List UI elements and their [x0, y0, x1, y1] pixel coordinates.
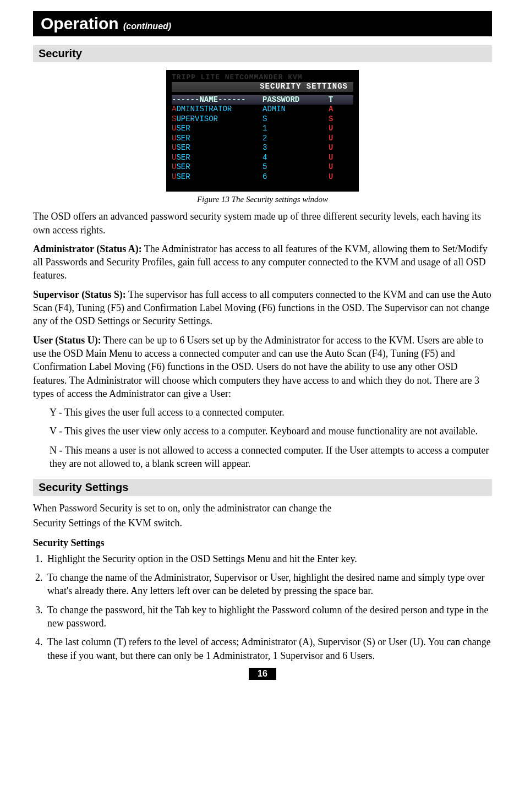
- osd-name-cell: USER: [172, 134, 262, 144]
- osd-pwd-cell: 2: [262, 134, 329, 144]
- section-header-bar: Operation (continued): [33, 11, 492, 36]
- step-item: To change the name of the Administrator,…: [45, 571, 492, 598]
- para-intro: The OSD offers an advanced password secu…: [33, 210, 492, 237]
- step-item: Highlight the Security option in the OSD…: [45, 552, 492, 565]
- osd-name-cell: USER: [172, 124, 262, 134]
- osd-t-cell: A: [329, 105, 340, 115]
- figure-caption: Figure 13 The Security settings window: [33, 195, 492, 204]
- subsection-security-settings: Security Settings: [33, 479, 492, 496]
- step-item: To change the password, hit the Tab key …: [45, 603, 492, 630]
- sup-label: Supervisor (Status S):: [33, 289, 126, 300]
- osd-head-pwd: PASSWORD: [262, 95, 329, 105]
- osd-pwd-cell: 3: [262, 143, 329, 153]
- osd-pwd-cell: ADMIN: [262, 105, 329, 115]
- osd-head-t: T: [329, 95, 340, 105]
- osd-t-cell: U: [329, 124, 340, 134]
- osd-name-cell: USER: [172, 172, 262, 182]
- subsection-security: Security: [33, 45, 492, 62]
- osd-data-row: ADMINISTRATORADMINA: [172, 105, 353, 115]
- osd-pwd-cell: S: [262, 115, 329, 124]
- osd-t-cell: S: [329, 115, 340, 124]
- osd-pwd-cell: 5: [262, 162, 329, 172]
- osd-data-row: SUPERVISORSS: [172, 115, 353, 124]
- osd-data-row: USER2U: [172, 134, 353, 144]
- osd-name-cell: SUPERVISOR: [172, 115, 262, 124]
- admin-label: Administrator (Status A):: [33, 243, 142, 254]
- osd-head-name: ------NAME------: [172, 95, 262, 105]
- access-n: N - This means a user is not allowed to …: [50, 444, 492, 471]
- osd-t-cell: U: [329, 134, 340, 144]
- osd-pwd-cell: 6: [262, 172, 329, 182]
- osd-t-cell: U: [329, 153, 340, 163]
- osd-t-cell: U: [329, 162, 340, 172]
- osd-subtitle: SECURITY SETTINGS: [172, 82, 353, 92]
- access-v: V - This gives the user view only access…: [50, 424, 492, 438]
- user-text: There can be up to 6 Users set up by the…: [33, 335, 483, 399]
- para-user: User (Status U): There can be up to 6 Us…: [33, 334, 492, 400]
- osd-screenshot: TRIPP LITE NETCOMMANDER KVM SECURITY SET…: [166, 70, 359, 192]
- page-number: 16: [249, 668, 276, 680]
- osd-ghost-title: TRIPP LITE NETCOMMANDER KVM: [172, 73, 353, 82]
- osd-data-row: USER5U: [172, 162, 353, 172]
- access-y: Y - This gives the user full access to a…: [50, 406, 492, 419]
- ss-p2: Security Settings of the KVM switch.: [33, 516, 492, 530]
- osd-header-row: ------NAME------ PASSWORD T: [172, 95, 353, 105]
- osd-data-row: USER3U: [172, 143, 353, 153]
- header-title: Operation: [41, 14, 119, 32]
- header-subtitle: (continued): [123, 21, 171, 31]
- para-admin: Administrator (Status A): The Administra…: [33, 242, 492, 282]
- osd-pwd-cell: 1: [262, 124, 329, 134]
- ss-subhead: Security Settings: [33, 537, 492, 549]
- osd-name-cell: USER: [172, 162, 262, 172]
- user-label: User (Status U):: [33, 335, 101, 346]
- para-supervisor: Supervisor (Status S): The supervisor ha…: [33, 288, 492, 328]
- osd-data-row: USER4U: [172, 153, 353, 163]
- step-item: The last column (T) refers to the level …: [45, 635, 492, 662]
- osd-name-cell: USER: [172, 143, 262, 153]
- osd-data-row: USER6U: [172, 172, 353, 182]
- osd-name-cell: ADMINISTRATOR: [172, 105, 262, 115]
- osd-pwd-cell: 4: [262, 153, 329, 163]
- figure-security-window: TRIPP LITE NETCOMMANDER KVM SECURITY SET…: [33, 70, 492, 192]
- osd-data-row: USER1U: [172, 124, 353, 134]
- osd-name-cell: USER: [172, 153, 262, 163]
- ss-p1: When Password Security is set to on, onl…: [33, 502, 492, 515]
- steps-list: Highlight the Security option in the OSD…: [33, 552, 492, 662]
- osd-t-cell: U: [329, 143, 340, 153]
- osd-t-cell: U: [329, 172, 340, 182]
